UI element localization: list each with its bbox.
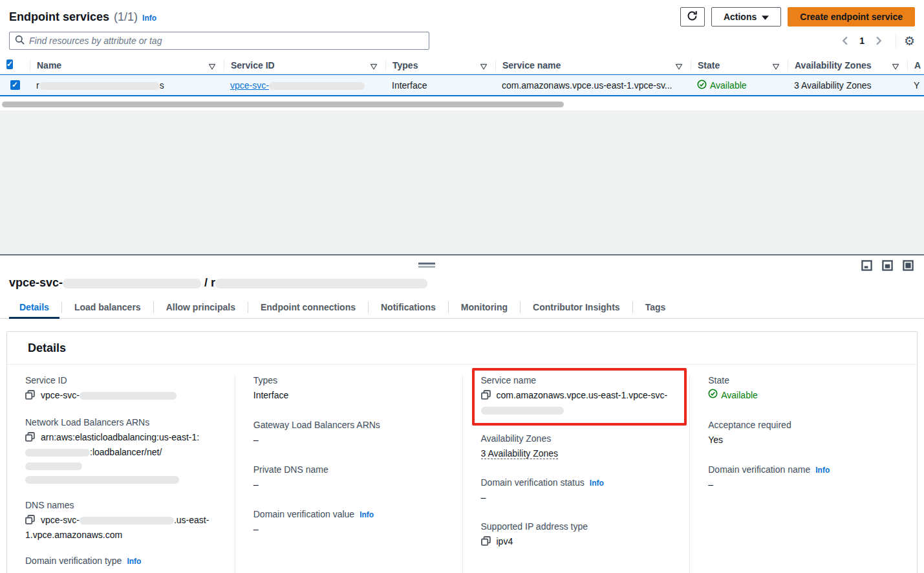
- scrollbar-thumb[interactable]: [2, 102, 564, 107]
- check-circle-icon: [708, 389, 718, 402]
- next-page-button[interactable]: [871, 32, 888, 49]
- empty-content-area: [0, 111, 924, 254]
- field-service-name-highlighted: Service name com.amazonaws.vpce.us-east-…: [472, 368, 687, 426]
- copy-icon[interactable]: [481, 536, 491, 550]
- cell-name: rs: [30, 80, 224, 91]
- tab-allow-principals[interactable]: Allow principals: [156, 298, 246, 318]
- copy-icon[interactable]: [25, 515, 35, 528]
- cell-availability-zones: 3 Availability Zones: [788, 80, 907, 91]
- details-card-title: Details: [28, 341, 66, 354]
- cell-types: Interface: [385, 80, 495, 91]
- select-all-checkbox[interactable]: ✓: [6, 59, 13, 69]
- field-state: State Available: [708, 375, 899, 402]
- details-column-3: Service name com.amazonaws.vpce.us-east-…: [462, 375, 690, 573]
- field-supported-ip: Supported IP address type ipv4: [481, 521, 672, 550]
- select-all-cell: ✓: [0, 59, 30, 71]
- info-link[interactable]: Info: [815, 466, 830, 475]
- filter-icon[interactable]: [892, 61, 899, 71]
- copy-icon[interactable]: [481, 390, 491, 404]
- field-availability-zones: Availability Zones 3 Availability Zones: [481, 433, 672, 460]
- column-header-types[interactable]: Types: [385, 59, 495, 71]
- redacted-text: [39, 82, 160, 90]
- table-row[interactable]: ✓ rs vpce-svc- Interface com.amazonaws.v…: [0, 74, 924, 96]
- check-circle-icon: [697, 80, 707, 91]
- row-checkbox[interactable]: ✓: [10, 80, 20, 90]
- tab-load-balancers[interactable]: Load balancers: [64, 298, 151, 318]
- page-info-link[interactable]: Info: [142, 14, 156, 23]
- panel-size-small-icon[interactable]: [861, 260, 872, 273]
- pagination: 1 ⚙: [836, 32, 915, 49]
- column-header-service-id[interactable]: Service ID: [224, 59, 385, 71]
- caret-down-icon: [762, 12, 769, 22]
- filter-icon[interactable]: [480, 61, 488, 71]
- page-counter: (1/1): [114, 10, 138, 24]
- column-header-acceptance-clipped[interactable]: A: [907, 59, 924, 71]
- tab-tags[interactable]: Tags: [635, 298, 676, 318]
- cell-service-name: com.amazonaws.vpce.us-east-1.vpce-sv...: [495, 80, 691, 91]
- availability-zones-popover-link[interactable]: 3 Availability Zones: [481, 448, 559, 459]
- actions-button-label: Actions: [724, 12, 757, 22]
- redacted-text: [25, 476, 179, 484]
- details-column-1: Service ID vpce-svc- Network Load Balanc…: [7, 375, 235, 573]
- copy-icon[interactable]: [25, 432, 35, 446]
- field-domain-verification-value: Domain verification valueInfo –: [253, 509, 444, 536]
- endpoint-services-table: ✓ Name Service ID Types Service name Sta…: [0, 57, 924, 96]
- panel-size-controls: [861, 260, 914, 273]
- panel-title: vpce-svc- / r: [0, 255, 924, 290]
- tab-notifications[interactable]: Notifications: [371, 298, 446, 318]
- split-panel-drag-handle[interactable]: [418, 263, 435, 268]
- page-title: Endpoint services: [9, 10, 109, 24]
- controls-row: 1 ⚙: [0, 27, 924, 50]
- filter-icon[interactable]: [772, 61, 780, 71]
- redacted-text: [269, 82, 365, 90]
- search-input[interactable]: [29, 36, 424, 46]
- redacted-text: [80, 517, 174, 524]
- copy-icon[interactable]: [25, 390, 35, 404]
- preferences-gear-icon[interactable]: ⚙: [904, 35, 915, 47]
- details-column-4: State Available Acceptance required Yes …: [689, 375, 917, 573]
- redacted-text: [481, 407, 564, 415]
- search-box[interactable]: [9, 32, 429, 50]
- filter-icon[interactable]: [208, 61, 216, 71]
- tab-details[interactable]: Details: [9, 298, 59, 318]
- tab-contributor-insights[interactable]: Contributor Insights: [522, 298, 630, 318]
- field-dns-names: DNS names vpce-svc-.us-east-1.vpce.amazo…: [25, 500, 217, 542]
- column-header-state[interactable]: State: [691, 59, 788, 71]
- column-header-availability-zones[interactable]: Availability Zones: [788, 59, 907, 71]
- field-glb-arns: Gateway Load Balancers ARNs –: [253, 420, 444, 447]
- field-acceptance-required: Acceptance required Yes: [708, 420, 899, 447]
- info-link[interactable]: Info: [360, 510, 374, 519]
- search-icon: [15, 35, 25, 47]
- details-card: Details Service ID vpce-svc- Network Loa…: [6, 331, 918, 573]
- column-header-service-name[interactable]: Service name: [495, 59, 691, 71]
- tab-monitoring[interactable]: Monitoring: [451, 298, 518, 318]
- prev-page-button[interactable]: [836, 32, 853, 49]
- info-link[interactable]: Info: [127, 557, 141, 566]
- actions-button[interactable]: Actions: [711, 7, 781, 27]
- field-private-dns-name: Private DNS name –: [253, 464, 444, 492]
- redacted-text: [25, 449, 90, 457]
- page-header: Endpoint services (1/1) Info Actions Cre…: [0, 0, 924, 27]
- endpoint-services-list-section: Endpoint services (1/1) Info Actions Cre…: [0, 0, 924, 111]
- redacted-text: [215, 279, 427, 288]
- filter-icon[interactable]: [675, 61, 683, 71]
- availability-zones-popover-link[interactable]: 3 Availability Zones: [794, 80, 872, 91]
- horizontal-scrollbar[interactable]: [0, 102, 924, 107]
- info-link[interactable]: Info: [590, 479, 604, 488]
- refresh-icon: [687, 10, 698, 23]
- field-types: Types Interface: [253, 375, 444, 402]
- panel-size-large-icon[interactable]: [903, 260, 914, 273]
- detail-tabs: Details Load balancers Allow principals …: [0, 298, 924, 319]
- create-endpoint-service-button[interactable]: Create endpoint service: [788, 7, 915, 27]
- refresh-button[interactable]: [680, 7, 705, 27]
- field-service-id: Service ID vpce-svc-: [25, 375, 217, 404]
- service-id-link[interactable]: vpce-svc-: [230, 80, 365, 91]
- tab-endpoint-connections[interactable]: Endpoint connections: [250, 298, 366, 318]
- panel-size-medium-icon[interactable]: [882, 260, 893, 273]
- pagination-divider: [896, 34, 896, 48]
- table-header-row: ✓ Name Service ID Types Service name Sta…: [0, 57, 924, 74]
- filter-icon[interactable]: [370, 61, 378, 71]
- current-page[interactable]: 1: [855, 36, 868, 46]
- details-card-header: Details: [7, 332, 917, 365]
- column-header-name[interactable]: Name: [30, 59, 224, 71]
